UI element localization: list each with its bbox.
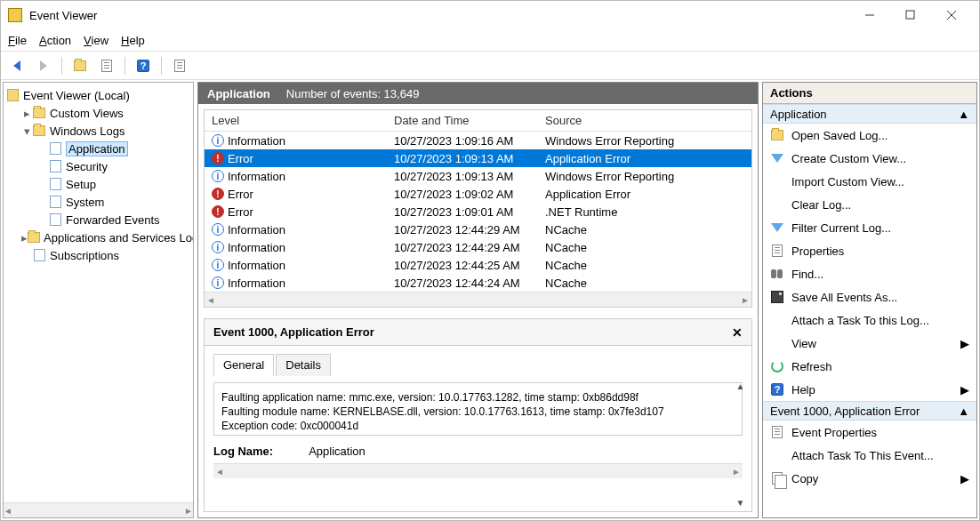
- col-source[interactable]: Source: [538, 110, 751, 131]
- detail-hscroll[interactable]: ◄ ►: [213, 463, 743, 478]
- folder-icon: [770, 128, 784, 142]
- event-count: Number of events: 13,649: [286, 87, 420, 100]
- col-level[interactable]: Level: [205, 110, 387, 131]
- svg-rect-1: [906, 11, 914, 19]
- toolbar-btn-1[interactable]: [69, 55, 91, 76]
- tree-item-security[interactable]: Security: [5, 157, 191, 175]
- action-refresh[interactable]: Refresh: [763, 355, 976, 378]
- action-attach-task-to-this-event[interactable]: Attach Task To This Event...: [763, 444, 976, 467]
- event-detail-pane: Event 1000, Application Error ✕ General …: [204, 318, 752, 512]
- action-create-custom-view[interactable]: Create Custom View...: [763, 147, 976, 170]
- title-bar: Event Viewer: [1, 1, 979, 29]
- event-row[interactable]: !Error10/27/2023 1:09:02 AMApplication E…: [205, 185, 751, 203]
- funnel-icon: [770, 151, 784, 165]
- event-row[interactable]: iInformation10/27/2023 12:44:29 AMNCache: [205, 220, 751, 238]
- blank-icon: [770, 313, 784, 327]
- forward-button[interactable]: [33, 55, 54, 76]
- menu-action[interactable]: Action: [39, 34, 71, 47]
- tab-general[interactable]: General: [213, 354, 274, 376]
- action-attach-a-task-to-this-log[interactable]: Attach a Task To this Log...: [763, 309, 976, 332]
- tree-item-custom-views[interactable]: ▸Custom Views: [5, 104, 191, 122]
- events-columns[interactable]: Level Date and Time Source: [205, 110, 751, 132]
- log-name-heading: Application: [207, 87, 270, 100]
- tree-item-subscriptions[interactable]: Subscriptions: [5, 246, 191, 264]
- info-icon: i: [212, 241, 224, 253]
- event-row[interactable]: iInformation10/27/2023 12:44:25 AMNCache: [205, 256, 751, 274]
- event-row[interactable]: iInformation10/27/2023 1:09:16 AMWindows…: [205, 132, 751, 149]
- close-detail-button[interactable]: ✕: [732, 325, 743, 340]
- toolbar: ?: [1, 52, 979, 80]
- toolbar-help[interactable]: ?: [133, 55, 154, 76]
- event-row[interactable]: iInformation10/27/2023 1:09:13 AMWindows…: [205, 167, 751, 185]
- disk-icon: [770, 290, 784, 304]
- action-filter-current-log[interactable]: Filter Current Log...: [763, 216, 976, 239]
- center-header: Application Number of events: 13,649: [198, 83, 758, 104]
- error-icon: !: [212, 188, 224, 200]
- action-import-custom-view[interactable]: Import Custom View...: [763, 170, 976, 193]
- logname-value: Application: [309, 445, 365, 458]
- refresh-icon: [770, 359, 784, 373]
- toolbar-btn-3[interactable]: [169, 55, 190, 76]
- actions-section-app[interactable]: Application▲: [763, 104, 976, 124]
- action-properties[interactable]: Properties: [763, 239, 976, 262]
- event-message[interactable]: Faulting application name: mmc.exe, vers…: [213, 382, 743, 436]
- tree-item-forwarded-events[interactable]: Forwarded Events: [5, 211, 191, 228]
- event-row[interactable]: iInformation10/27/2023 12:44:29 AMNCache: [205, 238, 751, 256]
- action-help[interactable]: ?Help▶: [763, 378, 976, 401]
- app-icon: [8, 8, 22, 22]
- copy-icon: [770, 471, 784, 485]
- window-title: Event Viewer: [29, 9, 849, 22]
- action-open-saved-log[interactable]: Open Saved Log...: [763, 124, 976, 147]
- tree-pane[interactable]: Event Viewer (Local)▸Custom Views▾Window…: [3, 82, 194, 518]
- menu-help[interactable]: Help: [121, 34, 145, 47]
- close-button[interactable]: [931, 1, 972, 29]
- back-button[interactable]: [6, 55, 28, 76]
- event-row[interactable]: !Error10/27/2023 1:09:01 AM.NET Runtime: [205, 203, 751, 220]
- blank-icon: [770, 197, 784, 212]
- blank-icon: [770, 174, 784, 188]
- action-find[interactable]: Find...: [763, 262, 976, 285]
- info-icon: i: [212, 134, 224, 147]
- binoc-icon: [770, 267, 784, 281]
- error-icon: !: [212, 152, 224, 164]
- col-date[interactable]: Date and Time: [387, 110, 538, 131]
- menu-view[interactable]: View: [84, 34, 108, 47]
- tree-item-applications-and-services-logs[interactable]: ▸Applications and Services Logs: [5, 228, 191, 246]
- action-view[interactable]: View▶: [763, 332, 976, 355]
- error-icon: !: [212, 205, 224, 218]
- detail-title: Event 1000, Application Error: [213, 325, 374, 339]
- tree-item-setup[interactable]: Setup: [5, 175, 191, 193]
- prop-icon: [770, 244, 784, 258]
- events-list[interactable]: iInformation10/27/2023 1:09:16 AMWindows…: [205, 132, 751, 292]
- events-hscroll[interactable]: ◄ ►: [205, 292, 751, 307]
- action-copy[interactable]: Copy▶: [763, 467, 976, 490]
- action-event-properties[interactable]: Event Properties: [763, 421, 976, 444]
- detail-vscroll[interactable]: ▲ ▼: [733, 381, 748, 508]
- tree-item-windows-logs[interactable]: ▾Windows Logs: [5, 122, 191, 140]
- toolbar-btn-2[interactable]: [96, 55, 117, 76]
- minimize-button[interactable]: [849, 1, 890, 29]
- action-save-all-events-as[interactable]: Save All Events As...: [763, 285, 976, 309]
- logname-label: Log Name:: [213, 445, 273, 458]
- tree-root[interactable]: Event Viewer (Local): [5, 86, 191, 104]
- tab-details[interactable]: Details: [276, 354, 331, 376]
- event-row[interactable]: iInformation10/27/2023 12:44:24 AMNCache: [205, 274, 751, 292]
- tree-item-application[interactable]: Application: [5, 140, 191, 157]
- actions-section-event[interactable]: Event 1000, Application Error▲: [763, 401, 976, 421]
- maximize-button[interactable]: [890, 1, 931, 29]
- blank-icon: [770, 448, 784, 462]
- actions-pane: Actions Application▲Open Saved Log...Cre…: [762, 82, 977, 518]
- menu-bar: File Action View Help: [1, 29, 979, 51]
- blank-icon: [770, 336, 784, 350]
- info-icon: i: [212, 223, 224, 236]
- tree-scrollbar[interactable]: ◄ ►: [4, 502, 193, 517]
- info-icon: i: [212, 170, 224, 182]
- info-icon: i: [212, 259, 224, 271]
- help-icon: ?: [770, 382, 784, 397]
- menu-file[interactable]: File: [8, 34, 27, 47]
- event-row[interactable]: !Error10/27/2023 1:09:13 AMApplication E…: [205, 149, 751, 167]
- action-clear-log[interactable]: Clear Log...: [763, 193, 976, 216]
- prop-icon: [770, 425, 784, 439]
- funnel-icon: [770, 220, 784, 235]
- tree-item-system[interactable]: System: [5, 193, 191, 211]
